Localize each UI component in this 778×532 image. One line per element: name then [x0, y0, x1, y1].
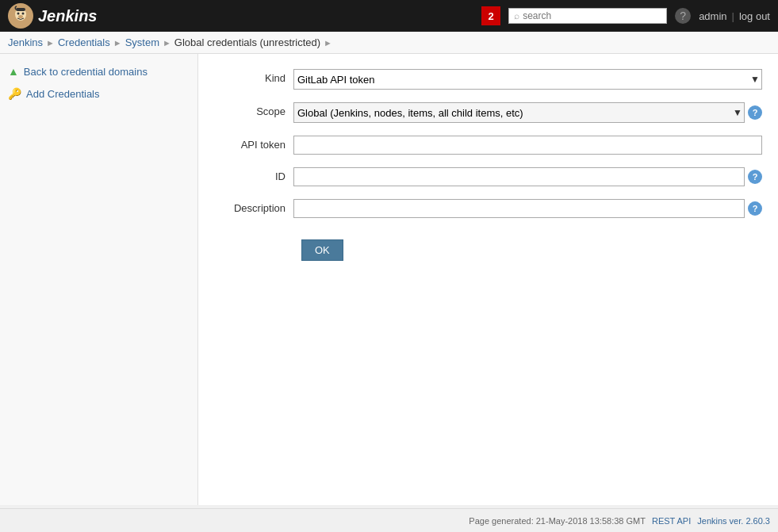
- description-help-icon[interactable]: ?: [748, 201, 762, 216]
- admin-link[interactable]: admin: [699, 10, 726, 22]
- search-box: ⌕: [508, 8, 667, 24]
- svg-rect-5: [16, 8, 25, 11]
- description-label: Description: [214, 199, 293, 214]
- scope-row: Scope Global (Jenkins, nodes, items, all…: [214, 99, 762, 126]
- sidebar: ▲ Back to credential domains 🔑 Add Crede…: [0, 54, 198, 505]
- search-input[interactable]: [523, 10, 650, 21]
- breadcrumb-arrow-3: ►: [163, 38, 171, 48]
- id-control-area: ?: [293, 167, 762, 186]
- id-help-icon[interactable]: ?: [748, 170, 762, 184]
- add-credentials-label: Add Credentials: [26, 88, 100, 100]
- back-link-label: Back to credential domains: [24, 66, 148, 78]
- kind-control-area: GitLab API tokenUsername with passwordSS…: [293, 69, 762, 90]
- scope-select-wrapper: Global (Jenkins, nodes, items, all child…: [293, 102, 745, 123]
- search-icon: ⌕: [514, 10, 519, 21]
- ok-button[interactable]: OK: [301, 239, 343, 261]
- id-label: ID: [214, 167, 293, 182]
- kind-select[interactable]: GitLab API tokenUsername with passwordSS…: [293, 69, 762, 90]
- breadcrumb-credentials[interactable]: Credentials: [58, 36, 110, 48]
- id-input[interactable]: [293, 167, 745, 186]
- breadcrumb-arrow-2: ►: [113, 38, 122, 48]
- content: Kind GitLab API tokenUsername with passw…: [198, 54, 778, 505]
- kind-label: Kind: [214, 69, 293, 84]
- logout-link[interactable]: log out: [739, 10, 770, 22]
- footer: Page generated: 21-May-2018 13:58:38 GMT…: [0, 508, 778, 532]
- rest-api-link[interactable]: REST API: [652, 516, 691, 526]
- breadcrumb-system[interactable]: System: [125, 36, 159, 48]
- api-token-input[interactable]: [293, 136, 762, 155]
- id-row: ID ?: [214, 164, 762, 189]
- kind-row: Kind GitLab API tokenUsername with passw…: [214, 66, 762, 93]
- back-to-credential-domains-link[interactable]: ▲ Back to credential domains: [6, 62, 191, 81]
- description-row: Description ?: [214, 196, 762, 221]
- user-area: admin | log out: [699, 10, 770, 22]
- breadcrumb: Jenkins ► Credentials ► System ► Global …: [0, 32, 778, 54]
- scope-control-area: Global (Jenkins, nodes, items, all child…: [293, 102, 762, 123]
- breadcrumb-current: Global credentials (unrestricted): [174, 36, 320, 48]
- jenkins-wordmark: Jenkins: [38, 7, 97, 25]
- breadcrumb-arrow-1: ►: [46, 38, 55, 48]
- jenkins-logo: [8, 3, 33, 29]
- description-input[interactable]: [293, 199, 745, 218]
- api-token-control-area: [293, 136, 762, 155]
- arrow-up-icon: ▲: [8, 65, 19, 78]
- key-icon: 🔑: [8, 87, 21, 100]
- page-generated-text: Page generated: 21-May-2018 13:58:38 GMT: [469, 516, 646, 526]
- api-token-label: API token: [214, 136, 293, 151]
- scope-help-icon[interactable]: ?: [748, 105, 762, 120]
- svg-point-3: [22, 13, 25, 15]
- kind-select-wrapper: GitLab API tokenUsername with passwordSS…: [293, 69, 762, 90]
- notification-badge[interactable]: 2: [481, 6, 500, 25]
- description-control-area: ?: [293, 199, 762, 218]
- version-link[interactable]: Jenkins ver. 2.60.3: [697, 516, 770, 526]
- scope-label: Scope: [214, 102, 293, 117]
- logo-area: Jenkins: [8, 3, 97, 29]
- breadcrumb-arrow-4: ►: [324, 38, 332, 48]
- svg-point-4: [18, 15, 23, 18]
- main: ▲ Back to credential domains 🔑 Add Crede…: [0, 54, 778, 505]
- breadcrumb-jenkins[interactable]: Jenkins: [8, 36, 43, 48]
- header: Jenkins 2 ⌕ ? admin | log out: [0, 0, 778, 32]
- svg-point-2: [17, 13, 20, 15]
- add-credentials-link[interactable]: 🔑 Add Credentials: [6, 84, 191, 103]
- scope-select[interactable]: Global (Jenkins, nodes, items, all child…: [293, 102, 745, 123]
- help-icon[interactable]: ?: [675, 8, 691, 24]
- api-token-row: API token: [214, 132, 762, 158]
- separator: |: [732, 10, 734, 22]
